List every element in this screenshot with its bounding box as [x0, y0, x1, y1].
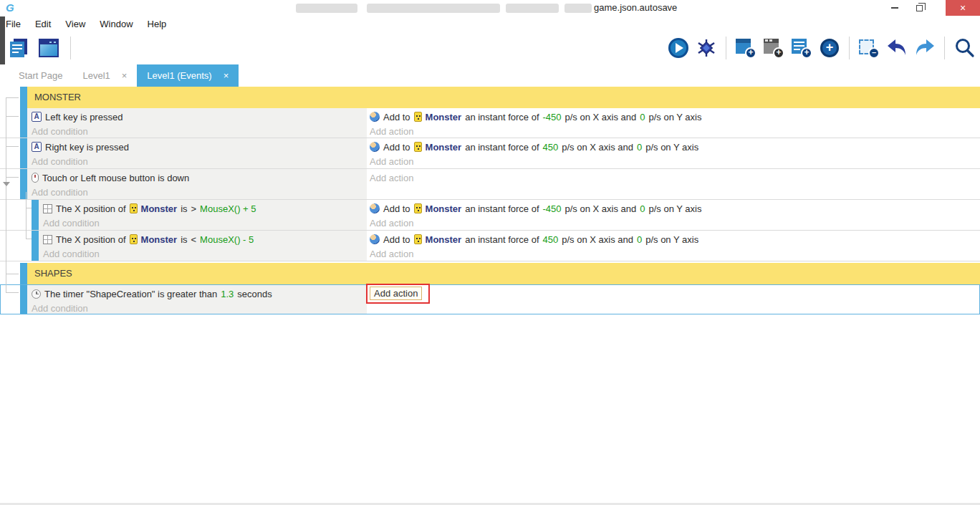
redacted-title-segment — [296, 4, 357, 13]
tab-close-icon[interactable]: × — [122, 70, 128, 81]
add-action-link[interactable]: Add action — [370, 218, 413, 229]
add-event-icon — [735, 37, 756, 59]
tree-guide-line — [6, 97, 6, 292]
delete-selection-button[interactable] — [858, 37, 880, 59]
event-color-bar — [32, 231, 39, 261]
tab-level1-events[interactable]: Level1 (Events) × — [137, 64, 239, 87]
tab-start-page[interactable]: Start Page — [9, 64, 72, 87]
event-color-bar — [20, 285, 27, 314]
position-icon — [43, 235, 52, 244]
group-label: SHAPES — [34, 263, 72, 284]
debug-bug-icon — [696, 37, 717, 59]
app-logo-icon: G — [6, 1, 14, 14]
project-manager-button[interactable] — [7, 37, 30, 59]
add-event-button[interactable] — [734, 37, 757, 59]
gdevelop-window: G game.json.autosave × File Edit View Wi… — [0, 0, 980, 505]
toolbar-separator — [944, 37, 945, 59]
add-action-link[interactable]: Add action — [370, 126, 413, 137]
tab-level1[interactable]: Level1 × — [72, 64, 137, 87]
undo-button[interactable] — [885, 37, 908, 59]
menu-window[interactable]: Window — [100, 19, 133, 29]
debug-button[interactable] — [695, 37, 718, 59]
close-button[interactable]: × — [946, 0, 980, 16]
add-action-link[interactable]: Add action — [370, 249, 413, 259]
restore-button[interactable] — [907, 0, 931, 16]
collapse-expander-icon[interactable] — [3, 182, 10, 186]
delete-selection-icon — [858, 37, 880, 59]
actions-cell[interactable]: Add to Monster an instant force of -450 … — [367, 200, 980, 230]
add-condition-link[interactable]: Add condition — [43, 218, 100, 229]
add-subevent-button[interactable] — [790, 37, 813, 59]
search-button[interactable] — [953, 37, 976, 59]
event-left-key: Left key is pressed Add condition Add to… — [0, 108, 980, 138]
add-action-link[interactable]: Add action — [370, 171, 413, 184]
keyboard-icon — [32, 112, 42, 122]
actions-cell[interactable]: Add to Monster an instant force of 450 p… — [367, 231, 980, 261]
tree-tick — [26, 239, 32, 239]
add-comment-button[interactable] — [762, 37, 785, 59]
mouse-icon — [32, 173, 39, 183]
event-group-shapes[interactable]: SHAPES — [0, 263, 980, 284]
conditions-cell[interactable]: Left key is pressed Add condition — [27, 108, 367, 138]
tree-tick — [6, 146, 19, 147]
event-right-key: Right key is pressed Add condition Add t… — [0, 138, 980, 169]
add-comment-icon — [763, 37, 784, 59]
restore-icon — [916, 5, 923, 11]
redacted-title-segment — [367, 4, 500, 13]
add-subevent-icon — [791, 37, 812, 59]
monster-sprite-icon — [130, 203, 138, 213]
tab-close-icon[interactable]: × — [224, 70, 229, 81]
menu-view[interactable]: View — [65, 19, 85, 29]
preview-play-button[interactable] — [667, 37, 690, 59]
redo-button[interactable] — [913, 37, 936, 59]
events-editor: MONSTER Left key is pressed Add conditio… — [0, 87, 980, 505]
conditions-cell[interactable]: Touch or Left mouse button is down Add c… — [27, 169, 367, 199]
tree-tick — [6, 274, 19, 274]
menu-file[interactable]: File — [6, 19, 21, 29]
conditions-cell[interactable]: The X position of Monster is < MouseX() … — [39, 231, 367, 261]
actions-cell[interactable]: Add to Monster an instant force of -450 … — [367, 108, 980, 138]
add-condition-link[interactable]: Add condition — [43, 249, 100, 259]
redo-icon — [914, 38, 936, 58]
toolbar-separator — [726, 37, 726, 59]
minimize-button[interactable] — [883, 0, 907, 16]
toolbar-separator — [849, 37, 850, 59]
actions-cell[interactable]: Add action — [367, 285, 979, 314]
menu-help[interactable]: Help — [148, 19, 167, 29]
force-icon — [370, 203, 380, 213]
conditions-cell[interactable]: The X position of Monster is > MouseX() … — [39, 200, 367, 230]
group-header — [27, 87, 980, 108]
actions-cell[interactable]: Add to Monster an instant force of 450 p… — [367, 138, 980, 168]
tree-tick — [26, 208, 32, 208]
group-label: MONSTER — [34, 87, 81, 108]
event-color-bar — [32, 200, 39, 230]
tree-tick — [6, 292, 19, 293]
force-icon — [370, 142, 380, 152]
position-icon — [43, 204, 52, 213]
add-condition-link[interactable]: Add condition — [32, 187, 88, 198]
scene-editor-button[interactable] — [37, 37, 60, 59]
actions-cell[interactable]: Add action — [367, 169, 980, 199]
tree-tick — [6, 177, 19, 178]
event-timer-shapecreation: The timer "ShapeCreation" is greater tha… — [0, 284, 980, 314]
add-condition-link[interactable]: Add condition — [32, 303, 88, 314]
project-manager-icon — [9, 38, 29, 58]
subevent-xpos-gt: The X position of Monster is > MouseX() … — [0, 200, 980, 231]
annotation-highlight — [366, 284, 430, 304]
event-color-bar — [20, 138, 27, 168]
timer-icon — [32, 289, 41, 299]
menu-edit[interactable]: Edit — [35, 19, 51, 29]
undo-icon — [886, 38, 908, 58]
subevent-xpos-lt: The X position of Monster is < MouseX() … — [0, 231, 980, 261]
add-action-link[interactable]: Add action — [370, 156, 413, 167]
event-group-monster[interactable]: MONSTER — [0, 87, 980, 108]
window-title: game.json.autosave — [594, 2, 677, 13]
conditions-cell[interactable]: The timer "ShapeCreation" is greater tha… — [27, 285, 367, 314]
add-condition-link[interactable]: Add condition — [32, 126, 88, 137]
force-icon — [370, 234, 380, 244]
tab-bar: Start Page Level1 × Level1 (Events) × — [0, 64, 980, 87]
group-color-bar — [20, 263, 27, 284]
add-other-event-button[interactable] — [818, 37, 841, 59]
add-condition-link[interactable]: Add condition — [32, 156, 88, 167]
conditions-cell[interactable]: Right key is pressed Add condition — [27, 138, 367, 168]
